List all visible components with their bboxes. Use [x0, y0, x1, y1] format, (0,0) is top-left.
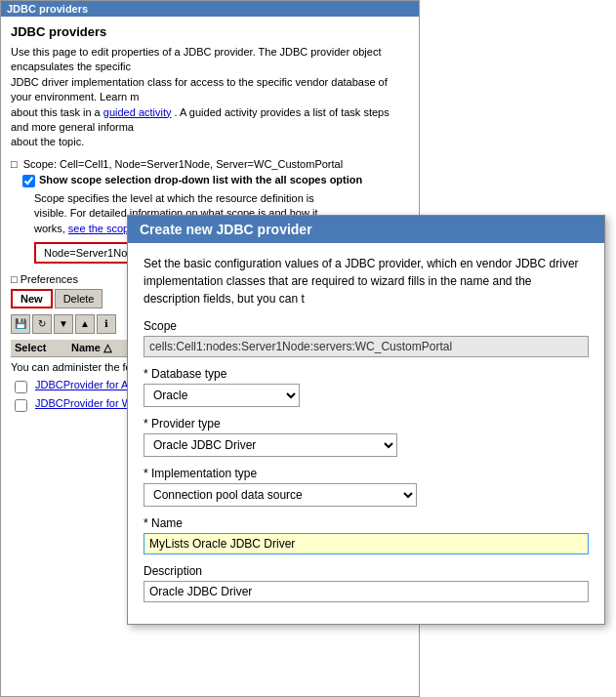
provider-type-select[interactable]: Oracle JDBC Driver: [144, 433, 397, 457]
row1-checkbox[interactable]: [15, 381, 27, 393]
description-group: Description: [144, 564, 589, 602]
col-select-header: Select: [15, 342, 63, 353]
impl-type-select[interactable]: Connection pool data source: [144, 483, 417, 507]
name-label: Name: [144, 516, 589, 530]
toolbar-icon-3[interactable]: ▼: [54, 314, 73, 334]
toolbar-icon-2[interactable]: ↻: [32, 314, 52, 334]
modal-description: Set the basic configuration values of a …: [144, 255, 589, 308]
name-input[interactable]: [144, 533, 589, 554]
provider-type-group: Provider type Oracle JDBC Driver: [144, 417, 589, 457]
create-jdbc-modal: Create new JDBC provider Set the basic c…: [127, 215, 605, 625]
preferences-toggle-icon[interactable]: □: [11, 273, 18, 285]
guided-activity-link[interactable]: guided activity: [103, 106, 172, 118]
modal-title: Create new JDBC provider: [128, 216, 604, 243]
scope-group: Scope: [144, 319, 589, 357]
bg-description: Use this page to edit properties of a JD…: [11, 45, 409, 150]
impl-type-label: Implementation type: [144, 467, 589, 480]
name-group: Name: [144, 516, 589, 554]
delete-button[interactable]: Delete: [55, 289, 103, 308]
bg-heading: JDBC providers: [11, 24, 409, 39]
row2-checkbox[interactable]: [15, 399, 27, 412]
new-button[interactable]: New: [11, 289, 53, 308]
show-scopes-checkbox[interactable]: [22, 175, 35, 187]
desc-input[interactable]: [144, 581, 589, 602]
toolbar-icon-1[interactable]: 💾: [11, 314, 30, 334]
show-scopes-row: Show scope selection drop-down list with…: [22, 174, 409, 187]
desc-label: Description: [144, 564, 589, 578]
toolbar-icon-4[interactable]: ▲: [75, 314, 95, 334]
db-type-group: Database type Oracle: [144, 367, 589, 407]
impl-type-group: Implementation type Connection pool data…: [144, 467, 589, 507]
scope-field-label: Scope: [144, 319, 589, 333]
db-type-select[interactable]: Oracle: [144, 384, 300, 407]
toolbar-icon-5[interactable]: ℹ: [97, 314, 116, 334]
bg-titlebar: JDBC providers: [1, 1, 419, 17]
show-scopes-label: Show scope selection drop-down list with…: [39, 174, 362, 185]
scope-toggle-icon[interactable]: □: [11, 158, 18, 170]
provider-type-label: Provider type: [144, 417, 589, 430]
sort-icon[interactable]: △: [103, 342, 111, 353]
scope-field: [144, 336, 589, 357]
db-type-label: Database type: [144, 367, 589, 381]
col-name-header: Name △: [71, 342, 111, 354]
scope-header-text: □ Scope: Cell=Cell1, Node=Server1Node, S…: [11, 158, 409, 170]
